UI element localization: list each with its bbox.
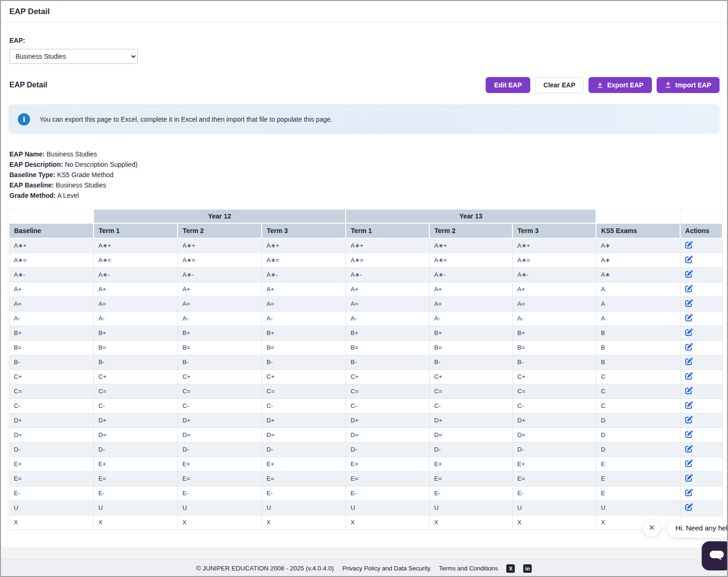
x-twitter-icon[interactable]: X bbox=[506, 564, 515, 573]
term-grade-cell: B+ bbox=[178, 326, 262, 340]
col-header-baseline: Baseline bbox=[9, 223, 93, 238]
import-eap-button[interactable]: Import EAP bbox=[657, 77, 720, 93]
grade-row: B=B=B=B=B=B=B=B bbox=[9, 340, 722, 355]
actions-cell bbox=[680, 471, 722, 486]
group-header-blank bbox=[9, 209, 93, 223]
term-grade-cell: U bbox=[346, 500, 429, 515]
edit-row-icon[interactable] bbox=[685, 372, 693, 380]
detail-section-heading: EAP Detail bbox=[9, 81, 47, 89]
term-grade-cell: C= bbox=[262, 384, 346, 398]
baseline-grade-cell: A∗= bbox=[9, 253, 93, 267]
grade-row: A=A=A=A=A=A=A=A bbox=[9, 296, 722, 311]
term-grade-cell: U bbox=[178, 500, 262, 515]
edit-row-icon[interactable] bbox=[685, 328, 693, 336]
edit-row-icon[interactable] bbox=[685, 401, 693, 409]
actions-cell bbox=[680, 457, 722, 471]
baseline-grade-cell: E- bbox=[9, 486, 93, 500]
term-grade-cell: C- bbox=[178, 398, 262, 413]
term-grade-cell: B- bbox=[512, 355, 596, 369]
edit-row-icon[interactable] bbox=[685, 285, 693, 292]
export-eap-button[interactable]: Export EAP bbox=[589, 77, 652, 93]
grade-row: A-A-A-A-A-A-A-A bbox=[9, 311, 722, 326]
edit-row-icon[interactable] bbox=[685, 314, 693, 321]
term-grade-cell: B+ bbox=[262, 326, 346, 340]
edit-row-icon[interactable] bbox=[685, 256, 693, 263]
term-grade-cell: B= bbox=[93, 340, 178, 355]
edit-row-icon[interactable] bbox=[685, 503, 693, 511]
term-grade-cell: B- bbox=[178, 355, 262, 369]
term-grade-cell: A+ bbox=[178, 282, 262, 296]
term-grade-cell: A= bbox=[346, 296, 429, 311]
term-grade-cell: E+ bbox=[429, 457, 512, 471]
clear-eap-button[interactable]: Clear EAP bbox=[535, 77, 584, 93]
ks5-exam-grade-cell: B bbox=[596, 355, 680, 369]
meta-label: EAP Name: bbox=[9, 150, 45, 158]
term-grade-cell: C- bbox=[93, 398, 178, 413]
edit-row-icon[interactable] bbox=[685, 270, 693, 278]
edit-row-icon[interactable] bbox=[685, 489, 693, 496]
actions-cell bbox=[680, 267, 722, 282]
term-grade-cell: A- bbox=[512, 311, 596, 326]
term-grade-cell: B= bbox=[178, 340, 262, 355]
edit-row-icon[interactable] bbox=[685, 241, 693, 249]
meta-line: EAP Description: No Description Supplied… bbox=[9, 159, 719, 170]
term-grade-cell: D= bbox=[512, 428, 596, 442]
term-grade-cell: E- bbox=[93, 486, 178, 500]
privacy-policy-link[interactable]: Privacy Policy and Data Security bbox=[342, 565, 431, 572]
ks5-exam-grade-cell: D bbox=[596, 413, 680, 428]
edit-row-icon[interactable] bbox=[685, 416, 693, 423]
actions-cell bbox=[680, 500, 722, 515]
edit-row-icon[interactable] bbox=[685, 430, 693, 438]
edit-row-icon[interactable] bbox=[685, 299, 693, 307]
edit-eap-button[interactable]: Edit EAP bbox=[486, 77, 530, 93]
eap-select[interactable]: Business Studies bbox=[9, 49, 138, 64]
meta-label: EAP Description: bbox=[9, 161, 63, 168]
term-grade-cell: B+ bbox=[346, 326, 429, 340]
actions-cell bbox=[680, 326, 722, 340]
term-grade-cell: X bbox=[93, 515, 178, 530]
term-grade-cell: D- bbox=[93, 442, 178, 457]
ks5-exam-grade-cell: A∗ bbox=[596, 253, 680, 267]
term-grade-cell: B+ bbox=[512, 326, 596, 340]
group-header-blank bbox=[596, 209, 680, 223]
edit-row-icon[interactable] bbox=[685, 445, 693, 452]
chat-launcher-button[interactable] bbox=[702, 541, 728, 570]
title-divider bbox=[1, 22, 727, 23]
baseline-grade-cell: D+ bbox=[9, 413, 93, 428]
term-grade-cell: A∗= bbox=[262, 253, 346, 267]
terms-conditions-link[interactable]: Terms and Conditions bbox=[439, 565, 498, 572]
edit-row-icon[interactable] bbox=[685, 343, 693, 351]
term-grade-cell: A- bbox=[346, 311, 429, 326]
term-grade-cell: E- bbox=[429, 486, 512, 500]
term-grade-cell: C+ bbox=[512, 369, 596, 384]
baseline-grade-cell: B- bbox=[9, 355, 93, 369]
chat-close-button[interactable]: ✕ bbox=[643, 519, 660, 537]
term-grade-cell: C- bbox=[429, 398, 512, 413]
edit-row-icon[interactable] bbox=[685, 358, 693, 365]
edit-row-icon[interactable] bbox=[685, 387, 693, 394]
chat-tooltip[interactable]: Hi. Need any help? bbox=[667, 518, 728, 538]
download-icon bbox=[597, 82, 603, 88]
meta-value: A Level bbox=[56, 192, 79, 199]
edit-row-icon[interactable] bbox=[685, 474, 693, 482]
edit-row-icon[interactable] bbox=[685, 460, 693, 467]
term-grade-cell: C= bbox=[346, 384, 429, 398]
term-grade-cell: A- bbox=[429, 311, 512, 326]
term-grade-cell: A∗+ bbox=[346, 238, 429, 253]
term-grade-cell: A- bbox=[262, 311, 346, 326]
grade-row: A∗=A∗=A∗=A∗=A∗=A∗=A∗=A∗ bbox=[9, 253, 722, 267]
term-grade-cell: A∗= bbox=[346, 253, 429, 267]
term-grade-cell: B+ bbox=[93, 326, 178, 340]
grade-table-body: A∗+A∗+A∗+A∗+A∗+A∗+A∗+A∗A∗=A∗=A∗=A∗=A∗=A∗… bbox=[9, 238, 722, 530]
grade-row: C+C+C+C+C+C+C+C bbox=[9, 369, 722, 384]
main-card: EAP Detail EAP: Business Studies EAP Det… bbox=[1, 1, 727, 547]
baseline-grade-cell: C- bbox=[9, 398, 93, 413]
term-grade-cell: A∗+ bbox=[93, 238, 178, 253]
term-grade-cell: A∗= bbox=[178, 253, 262, 267]
actions-cell bbox=[680, 486, 722, 500]
term-grade-cell: E= bbox=[512, 471, 596, 486]
actions-cell bbox=[680, 413, 722, 428]
linkedin-icon[interactable]: in bbox=[523, 564, 532, 573]
actions-cell bbox=[680, 355, 722, 369]
ks5-exam-grade-cell: C bbox=[596, 384, 680, 398]
